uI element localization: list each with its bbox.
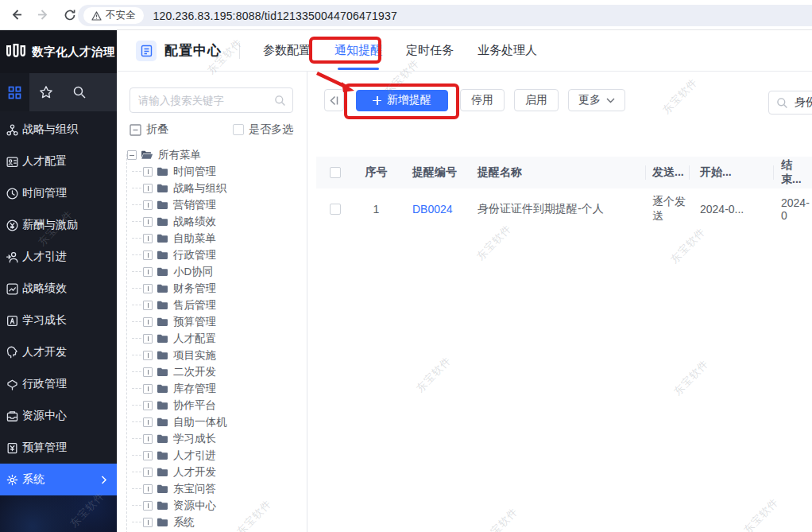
sidebar-item-learn[interactable]: 学习成长: [0, 305, 117, 336]
back-icon[interactable]: [5, 4, 27, 26]
tree-node[interactable]: 人才引进: [125, 447, 300, 464]
tree-node-label[interactable]: 人才开发: [173, 465, 216, 480]
address-bar[interactable]: 不安全 120.236.83.195:8088/tid1213350044706…: [78, 5, 812, 26]
tree-node[interactable]: 资源中心: [125, 497, 300, 514]
expand-toggle-icon[interactable]: [143, 234, 153, 243]
tree-node[interactable]: 战略绩效: [125, 213, 300, 230]
table-search-input[interactable]: [795, 96, 812, 109]
forward-icon[interactable]: [32, 4, 54, 26]
column-header[interactable]: 开始...: [690, 157, 774, 188]
tree-node-label[interactable]: 战略绩效: [173, 215, 216, 229]
tree-node-label[interactable]: 所有菜单: [158, 148, 201, 162]
multiselect-checkbox[interactable]: [233, 124, 244, 135]
tab-参数配置[interactable]: 参数配置: [261, 30, 312, 72]
tree-node-label[interactable]: 自助菜单: [173, 231, 216, 246]
expand-toggle-icon[interactable]: [143, 200, 153, 210]
expand-toggle-icon[interactable]: [143, 451, 153, 460]
expand-toggle-icon[interactable]: [143, 434, 153, 444]
column-header[interactable]: 提醒名称: [471, 157, 646, 188]
enable-button[interactable]: 启用: [514, 89, 559, 111]
tree-node[interactable]: 系统: [125, 514, 300, 530]
expand-toggle-icon[interactable]: [143, 250, 153, 260]
expand-toggle-icon[interactable]: [143, 317, 153, 327]
tree-search-input[interactable]: [130, 88, 292, 112]
expand-toggle-icon[interactable]: [143, 468, 153, 477]
tree-node-label[interactable]: 人才引进: [173, 449, 216, 463]
tree-node-label[interactable]: 东宝问答: [173, 482, 216, 496]
tab-通知提醒[interactable]: 通知提醒: [333, 30, 384, 72]
tree-node-label[interactable]: 系统: [173, 515, 195, 530]
tree-node[interactable]: 协作平台: [125, 397, 300, 414]
sidebar-item-money[interactable]: 薪酬与激励: [0, 209, 117, 241]
tab-定时任务[interactable]: 定时任务: [404, 30, 455, 72]
tree-node-label[interactable]: 项目实施: [173, 348, 216, 363]
tree-node[interactable]: 二次开发: [125, 363, 300, 380]
column-header[interactable]: 结束...: [774, 157, 812, 188]
tree-node[interactable]: 预算管理: [125, 313, 300, 330]
add-reminder-button[interactable]: 新增提醒: [356, 90, 448, 111]
tree-node-label[interactable]: 时间管理: [173, 165, 216, 179]
column-header[interactable]: 发送...: [646, 157, 690, 188]
tree-node-label[interactable]: 财务管理: [173, 282, 216, 296]
sidebar-search-icon[interactable]: [63, 85, 96, 99]
favorites-star-icon[interactable]: [29, 85, 63, 99]
tree-search-icon[interactable]: [274, 95, 286, 107]
tree-node[interactable]: 行政管理: [125, 247, 300, 263]
expand-toggle-icon[interactable]: [143, 501, 153, 511]
sidebar-item-org[interactable]: 战略与组织: [0, 114, 117, 146]
collapse-panel-button[interactable]: [324, 89, 344, 111]
expand-toggle-icon[interactable]: [143, 367, 153, 377]
tree-node-label[interactable]: 学习成长: [173, 432, 216, 446]
expand-toggle-icon[interactable]: [143, 267, 153, 277]
collapse-all-icon[interactable]: [130, 124, 141, 136]
apps-grid-icon[interactable]: [0, 73, 29, 111]
tree-node[interactable]: 东宝问答: [125, 480, 300, 497]
sidebar-item-develop[interactable]: 人才开发: [0, 336, 117, 368]
sidebar-item-budget[interactable]: 预算管理: [0, 432, 117, 464]
tree-node-label[interactable]: 小D协同: [173, 265, 213, 279]
tree-node[interactable]: 人才配置: [125, 330, 300, 347]
select-all-checkbox[interactable]: [330, 167, 341, 178]
tab-业务处理人[interactable]: 业务处理人: [476, 30, 539, 72]
tree-node[interactable]: 自助菜单: [125, 230, 300, 247]
expand-toggle-icon[interactable]: [143, 518, 153, 527]
expand-toggle-icon[interactable]: [143, 301, 153, 310]
tree-node[interactable]: 项目实施: [125, 347, 300, 363]
tree-node-label[interactable]: 协作平台: [173, 398, 216, 413]
security-badge[interactable]: 不安全: [83, 7, 144, 24]
sidebar-item-resource[interactable]: 资源中心: [0, 400, 117, 432]
table-row[interactable]: 1DB0024身份证证件到期提醒-个人逐个发送2024-0...2024-0: [316, 188, 812, 230]
tree-node[interactable]: 自助一体机: [125, 414, 300, 430]
expand-toggle-icon[interactable]: [143, 217, 153, 227]
expand-toggle-icon[interactable]: [143, 417, 153, 427]
tree-node[interactable]: 营销管理: [125, 196, 300, 213]
tree-node[interactable]: 人才开发: [125, 464, 300, 480]
expand-toggle-icon[interactable]: [143, 401, 153, 410]
tree-node-label[interactable]: 预算管理: [173, 315, 216, 329]
expand-toggle-icon[interactable]: [143, 334, 153, 344]
sidebar-item-person_in[interactable]: 人才引进: [0, 241, 117, 273]
reminder-code-link[interactable]: DB0024: [412, 203, 453, 216]
column-header[interactable]: 序号: [354, 157, 398, 188]
tree-node[interactable]: 售后管理: [125, 297, 300, 313]
tree-node-label[interactable]: 营销管理: [173, 198, 216, 212]
tree-node-label[interactable]: 二次开发: [173, 365, 216, 379]
tree-node[interactable]: 战略与组织: [125, 180, 300, 196]
sidebar-item-admin[interactable]: 行政管理: [0, 368, 117, 400]
collapse-toggle-icon[interactable]: [127, 150, 137, 160]
tree-node-label[interactable]: 自助一体机: [173, 415, 227, 429]
tree-node[interactable]: 小D协同: [125, 263, 300, 280]
expand-toggle-icon[interactable]: [143, 484, 153, 494]
tree-node-label[interactable]: 战略与组织: [173, 181, 227, 196]
expand-toggle-icon[interactable]: [143, 384, 153, 394]
column-header[interactable]: 提醒编号: [398, 157, 471, 188]
expand-toggle-icon[interactable]: [143, 284, 153, 293]
tree-node-label[interactable]: 售后管理: [173, 298, 216, 313]
sidebar-item-person_card[interactable]: 人才配置: [0, 146, 117, 177]
expand-toggle-icon[interactable]: [143, 351, 153, 360]
sidebar-item-trend[interactable]: 战略绩效: [0, 273, 117, 305]
tree-node[interactable]: 时间管理: [125, 163, 300, 180]
tree-node-label[interactable]: 人才配置: [173, 332, 216, 346]
collapse-all-label[interactable]: 折叠: [146, 122, 168, 137]
row-checkbox[interactable]: [330, 204, 341, 215]
